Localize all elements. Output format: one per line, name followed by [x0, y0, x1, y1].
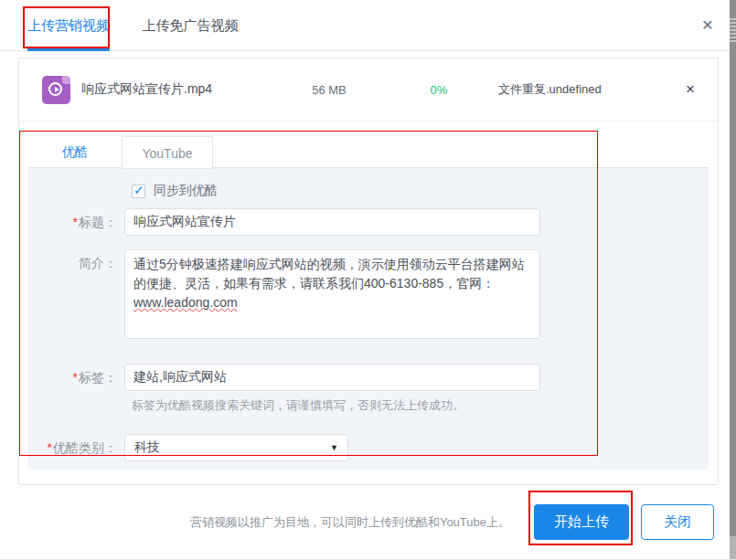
required-mark: *	[48, 440, 52, 455]
required-mark: *	[73, 215, 78, 229]
intro-field-row: 简介： 通过5分钟极速搭建响应式网站的视频，演示使用领动云平台搭建网站的便捷、灵…	[28, 249, 709, 339]
sync-checkbox-label: 同步到优酷	[154, 183, 218, 199]
intro-textarea[interactable]: 通过5分钟极速搭建响应式网站的视频，演示使用领动云平台搭建网站的便捷、灵活，如果…	[124, 249, 540, 339]
tab-youku[interactable]: 优酷	[28, 137, 122, 167]
intro-url: www.leadong.com	[133, 295, 238, 310]
sync-checkbox[interactable]: ✓	[132, 185, 145, 198]
title-label: *标题：	[28, 208, 124, 236]
tags-hint: 标签为优酷视频搜索关键词，请谨慎填写，否则无法上传成功。	[132, 397, 709, 414]
start-upload-button[interactable]: 开始上传	[534, 504, 629, 540]
title-input[interactable]	[124, 208, 540, 236]
scrollbar[interactable]	[730, 0, 736, 560]
file-size: 56 MB	[279, 83, 379, 97]
category-field-row: *优酷类别： 科技 ▼	[28, 434, 709, 461]
form-area: 优酷 YouTube ✓ 同步到优酷 *标题： 简介： 通过5分钟极速搭建响应式…	[19, 122, 718, 470]
file-name: 响应式网站宣传片.mp4	[81, 81, 279, 98]
file-status: 文件重复.undefined	[498, 81, 658, 98]
upload-progress: 0%	[379, 83, 498, 97]
intro-text: 通过5分钟极速搭建响应式网站的视频，演示使用领动云平台搭建网站的便捷、灵活，如果…	[133, 257, 525, 291]
file-remove-icon[interactable]: ×	[658, 80, 695, 99]
close-button[interactable]: 关闭	[641, 504, 714, 540]
dialog-close-icon[interactable]: ×	[696, 13, 720, 37]
file-row: 响应式网站宣传片.mp4 56 MB 0% 文件重复.undefined ×	[19, 58, 718, 122]
tags-input[interactable]	[124, 364, 540, 391]
dropdown-arrow-icon: ▼	[330, 443, 338, 452]
tags-label: *标签：	[28, 364, 124, 391]
category-value: 科技	[134, 439, 330, 456]
scrollbar-thumb[interactable]	[730, 18, 736, 44]
category-label: *优酷类别：	[28, 434, 124, 461]
dialog-footer: 营销视频以推广为目地，可以同时上传到优酷和YouTube上。 开始上传 关闭	[0, 486, 730, 558]
footer-note: 营销视频以推广为目地，可以同时上传到优酷和YouTube上。	[190, 514, 510, 531]
required-mark: *	[73, 370, 78, 385]
platform-tabs: 优酷 YouTube	[28, 138, 709, 168]
intro-label: 简介：	[28, 249, 124, 277]
dialog-header: 上传营销视频 上传免广告视频	[0, 0, 730, 51]
folded-corner	[62, 76, 70, 84]
tab-upload-ad-free-video[interactable]: 上传免广告视频	[139, 0, 241, 51]
sync-checkbox-row: ✓ 同步到优酷	[132, 183, 709, 199]
title-field-row: *标题：	[28, 208, 709, 236]
scrollbar-bottom-cap	[730, 536, 736, 560]
category-select[interactable]: 科技 ▼	[124, 434, 348, 461]
youku-form-panel: ✓ 同步到优酷 *标题： 简介： 通过5分钟极速搭建响应式网站的视频，演示使用领…	[28, 168, 709, 470]
tab-upload-marketing-video[interactable]: 上传营销视频	[27, 0, 110, 51]
tags-field-row: *标签：	[28, 364, 709, 391]
video-file-icon	[42, 76, 70, 104]
tab-youtube[interactable]: YouTube	[122, 136, 213, 169]
upload-card: 响应式网站宣传片.mp4 56 MB 0% 文件重复.undefined × 优…	[18, 58, 719, 485]
checkmark-icon: ✓	[133, 183, 144, 197]
